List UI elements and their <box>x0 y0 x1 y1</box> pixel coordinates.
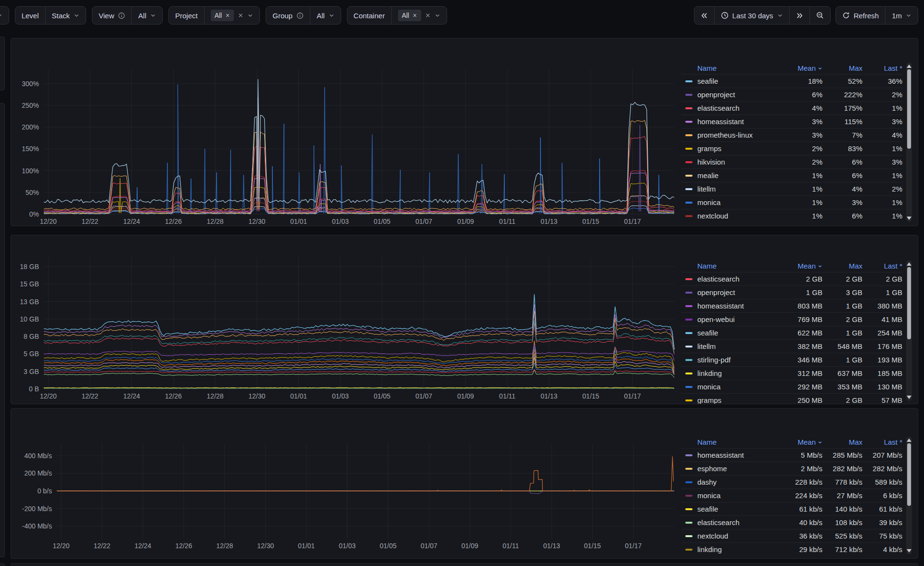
legend-column-mean[interactable]: Mean <box>770 262 822 270</box>
legend-row[interactable]: gramps2%83%1% <box>681 142 902 155</box>
scroll-up-icon[interactable] <box>907 262 911 266</box>
legend-row[interactable]: homeassistant3%115%3% <box>681 115 902 128</box>
scroll-up-icon[interactable] <box>907 438 911 442</box>
clear-all-icon[interactable] <box>238 13 244 18</box>
series-name[interactable]: gramps <box>697 144 721 153</box>
chevron-down-icon[interactable] <box>435 13 440 18</box>
remove-chip-icon[interactable] <box>412 13 417 18</box>
filter-container-chip[interactable]: All <box>398 10 422 21</box>
filter-group-value[interactable]: All <box>310 7 341 24</box>
legend-scrollbar[interactable] <box>906 260 912 401</box>
legend-row[interactable]: monica224 kb/s27 Mb/s6 kb/s <box>681 489 902 502</box>
series-name[interactable]: monica <box>697 383 720 391</box>
legend-row[interactable]: prometheus-linux3%7%4% <box>681 128 902 142</box>
legend-column-max[interactable]: Max <box>822 262 862 270</box>
series-name[interactable]: esphome <box>697 464 727 473</box>
time-shift-back-button[interactable] <box>694 7 714 24</box>
legend-row[interactable]: elasticsearch40 kb/s108 kb/s39 kb/s <box>681 515 902 529</box>
series-name[interactable]: prometheus-linux <box>697 131 753 139</box>
series-name[interactable]: stirling-pdf <box>697 356 731 364</box>
series-name[interactable]: seafile <box>697 505 718 513</box>
legend-row[interactable]: seafile61 kb/s140 kb/s61 kb/s <box>681 502 902 515</box>
legend-scrollbar[interactable] <box>906 437 912 554</box>
scrollbar-thumb[interactable] <box>907 267 911 339</box>
memory-usage-chart[interactable]: 12/2012/2212/2412/2612/2812/3001/0101/03… <box>11 235 681 404</box>
legend-column-max[interactable]: Max <box>822 438 862 446</box>
legend-column-last[interactable]: Last * <box>862 262 902 270</box>
legend-column-name[interactable]: Name <box>681 262 770 270</box>
legend-scrollbar[interactable] <box>906 63 912 222</box>
series-name[interactable]: monica <box>697 491 720 500</box>
series-name[interactable]: elasticsearch <box>697 275 740 283</box>
scroll-down-icon[interactable] <box>907 217 911 220</box>
legend-row[interactable]: dashy228 kb/s778 kb/s589 kb/s <box>681 475 902 489</box>
legend-row[interactable]: elasticsearch4%175%1% <box>681 101 902 115</box>
network-traffic-chart[interactable]: 12/2012/2212/2412/2612/2812/3001/0101/03… <box>11 409 681 559</box>
series-name[interactable]: hikvision <box>697 158 725 166</box>
series-name[interactable]: homeassistant <box>697 451 744 459</box>
series-name[interactable]: elasticsearch <box>697 104 740 112</box>
legend-row[interactable]: monica292 MB353 MB130 MB <box>681 380 902 393</box>
legend-column-mean[interactable]: Mean <box>770 438 822 446</box>
scrollbar-thumb[interactable] <box>907 443 911 506</box>
legend-row[interactable]: elasticsearch2 GB2 GB2 GB <box>681 272 902 285</box>
series-name[interactable]: nextcloud <box>697 532 728 540</box>
series-name[interactable]: litellm <box>697 342 716 350</box>
legend-column-max[interactable]: Max <box>822 64 862 72</box>
legend-row[interactable]: linkding29 kb/s712 kb/s4 kb/s <box>681 542 902 556</box>
refresh-button[interactable]: Refresh <box>836 7 886 24</box>
filter-level-value[interactable]: Stack <box>45 7 86 24</box>
series-name[interactable]: elasticsearch <box>697 518 740 527</box>
legend-row[interactable]: mealie1%6%1% <box>681 168 902 182</box>
legend-column-last[interactable]: Last * <box>862 64 902 72</box>
series-name[interactable]: open-webui <box>697 315 735 323</box>
filter-view-value[interactable]: All <box>131 7 162 24</box>
series-name[interactable]: seafile <box>697 329 718 337</box>
time-shift-forward-button[interactable] <box>789 7 809 24</box>
series-name[interactable]: mealie <box>697 171 719 180</box>
legend-row[interactable]: seafile622 MB1 GB254 MB <box>681 326 902 339</box>
legend-row[interactable]: openproject6%222%2% <box>681 88 902 101</box>
time-range-picker[interactable]: Last 30 days <box>714 7 789 24</box>
filter-cutoff-dropdown[interactable]: All <box>0 6 9 25</box>
legend-row[interactable]: litellm382 MB548 MB176 MB <box>681 339 902 353</box>
remove-chip-icon[interactable] <box>225 13 230 18</box>
chevron-down-icon[interactable] <box>247 13 253 18</box>
legend-row[interactable]: openproject1 GB3 GB1 GB <box>681 285 902 299</box>
legend-row[interactable]: monica1%3%1% <box>681 195 902 209</box>
legend-row[interactable]: gramps250 MB2 GB57 MB <box>681 393 902 404</box>
legend-row[interactable]: esphome2 Mb/s282 Mb/s282 Mb/s <box>681 462 902 475</box>
legend-row[interactable]: nextcloud1%6%1% <box>681 209 902 222</box>
scroll-down-icon[interactable] <box>907 396 911 399</box>
legend-row[interactable]: nextcloud36 kb/s525 kb/s75 kb/s <box>681 529 902 542</box>
series-name[interactable]: openproject <box>697 90 735 99</box>
series-name[interactable]: litellm <box>697 185 716 193</box>
legend-row[interactable]: litellm1%4%2% <box>681 182 902 195</box>
series-name[interactable]: nextcloud <box>697 212 728 220</box>
legend-row[interactable]: seafile18%52%36% <box>681 74 902 88</box>
series-name[interactable]: homeassistant <box>697 302 744 310</box>
filter-project-chip[interactable]: All <box>211 10 234 21</box>
clear-all-icon[interactable] <box>425 13 431 18</box>
legend-column-name[interactable]: Name <box>681 438 770 446</box>
legend-row[interactable]: stirling-pdf346 MB1 GB193 MB <box>681 353 902 366</box>
legend-column-name[interactable]: Name <box>681 64 770 72</box>
series-name[interactable]: openproject <box>697 288 735 296</box>
scrollbar-thumb[interactable] <box>907 69 911 149</box>
series-name[interactable]: linkding <box>697 369 722 377</box>
scroll-up-icon[interactable] <box>907 64 911 68</box>
legend-row[interactable]: linkding312 MB637 MB185 MB <box>681 366 902 380</box>
legend-row[interactable]: homeassistant803 MB1 GB380 MB <box>681 299 902 312</box>
series-name[interactable]: dashy <box>697 478 717 486</box>
refresh-interval-dropdown[interactable]: 1m <box>885 7 918 24</box>
series-name[interactable]: homeassistant <box>697 117 744 126</box>
series-name[interactable]: linkding <box>697 545 722 553</box>
legend-row[interactable]: homeassistant5 Mb/s285 Mb/s207 Mb/s <box>681 448 902 462</box>
series-name[interactable]: monica <box>697 198 720 206</box>
series-name[interactable]: seafile <box>697 77 718 85</box>
cpu-usage-chart[interactable]: 12/2012/2212/2412/2612/2812/3001/0101/03… <box>11 39 681 226</box>
series-name[interactable]: gramps <box>697 396 721 404</box>
legend-column-last[interactable]: Last * <box>862 438 902 446</box>
legend-row[interactable]: open-webui769 MB2 GB41 MB <box>681 312 902 326</box>
legend-column-mean[interactable]: Mean <box>770 64 822 72</box>
